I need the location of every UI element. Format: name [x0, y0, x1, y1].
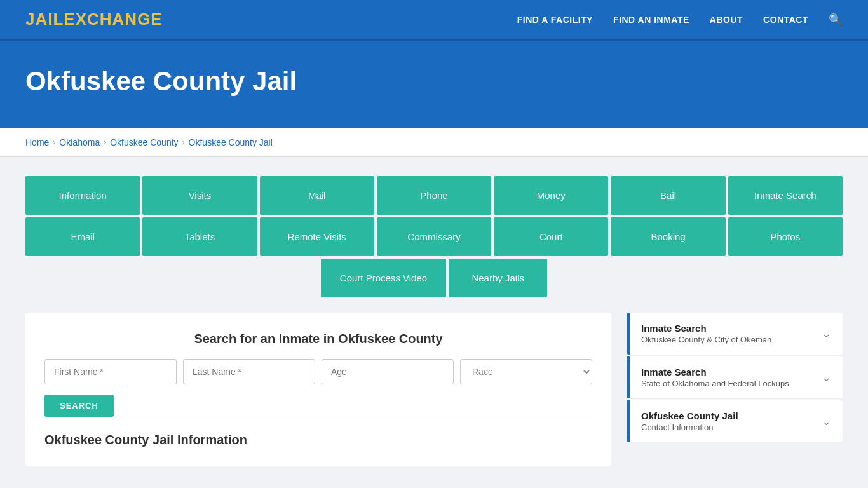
race-select[interactable]: Race White Black Hispanic Asian Other — [460, 359, 592, 384]
btn-inmate-search[interactable]: Inmate Search — [728, 176, 843, 215]
info-section-title: Okfuskee County Jail Information — [44, 433, 592, 447]
btn-nearby-jails[interactable]: Nearby Jails — [449, 259, 547, 297]
search-button[interactable]: SEARCH — [44, 395, 114, 417]
logo-exchange: EXCHANGE — [64, 10, 162, 29]
sidebar-card-contact-subtitle: Contact Information — [641, 423, 738, 432]
page-title: Okfuskee County Jail — [25, 66, 843, 97]
btn-commissary[interactable]: Commissary — [377, 217, 491, 256]
sidebar-card-state-subtitle: State of Oklahoma and Federal Lockups — [641, 379, 789, 388]
chevron-down-icon-3: ⌄ — [822, 414, 831, 428]
search-panel: Search for an Inmate in Okfuskee County … — [25, 313, 611, 466]
info-section: Okfuskee County Jail Information — [44, 417, 592, 447]
btn-court[interactable]: Court — [494, 217, 608, 256]
breadcrumb-bar: Home › Oklahoma › Okfuskee County › Okfu… — [0, 128, 868, 157]
breadcrumb: Home › Oklahoma › Okfuskee County › Okfu… — [25, 137, 843, 147]
sidebar-card-contact-text: Okfuskee County Jail Contact Information — [641, 410, 738, 432]
header: JAILEXCHANGE FIND A FACILITY FIND AN INM… — [0, 0, 868, 41]
btn-tablets[interactable]: Tablets — [142, 217, 257, 256]
sidebar-card-contact-header[interactable]: Okfuskee County Jail Contact Information… — [630, 400, 843, 442]
btn-information[interactable]: Information — [25, 176, 140, 215]
sidebar-card-state-text: Inmate Search State of Oklahoma and Fede… — [641, 367, 789, 388]
chevron-down-icon: ⌄ — [822, 327, 831, 341]
nav-about[interactable]: ABOUT — [710, 15, 743, 25]
nav-find-facility[interactable]: FIND A FACILITY — [517, 15, 593, 25]
age-input[interactable] — [322, 359, 454, 384]
btn-money[interactable]: Money — [494, 176, 608, 215]
btn-photos[interactable]: Photos — [728, 217, 843, 256]
search-title: Search for an Inmate in Okfuskee County — [44, 332, 592, 346]
chevron-down-icon-2: ⌄ — [822, 370, 831, 384]
btn-phone[interactable]: Phone — [377, 176, 491, 215]
breadcrumb-home[interactable]: Home — [25, 137, 49, 147]
main-nav: FIND A FACILITY FIND AN INMATE ABOUT CON… — [517, 13, 843, 27]
sidebar-card-state: Inmate Search State of Oklahoma and Fede… — [627, 356, 843, 398]
breadcrumb-oklahoma[interactable]: Oklahoma — [59, 137, 100, 147]
breadcrumb-sep-3: › — [182, 138, 185, 147]
sidebar-card-county-text: Inmate Search Okfuskee County & City of … — [641, 323, 771, 344]
btn-court-process-video[interactable]: Court Process Video — [321, 259, 446, 297]
content-row: Search for an Inmate in Okfuskee County … — [25, 313, 843, 466]
btn-mail[interactable]: Mail — [260, 176, 374, 215]
hero-section: Okfuskee County Jail — [0, 41, 868, 128]
main-content: Information Visits Mail Phone Money Bail… — [0, 157, 868, 485]
button-grid-row1: Information Visits Mail Phone Money Bail… — [25, 176, 843, 215]
btn-email[interactable]: Email — [25, 217, 140, 256]
btn-remote-visits[interactable]: Remote Visits — [260, 217, 374, 256]
sidebar-card-county-header[interactable]: Inmate Search Okfuskee County & City of … — [630, 313, 843, 355]
last-name-input[interactable] — [183, 359, 315, 384]
sidebar-card-county-title: Inmate Search — [641, 323, 771, 334]
logo-jail: JAIL — [25, 10, 64, 29]
nav-find-inmate[interactable]: FIND AN INMATE — [613, 15, 689, 25]
breadcrumb-sep-2: › — [104, 138, 106, 147]
logo[interactable]: JAILEXCHANGE — [25, 10, 163, 29]
search-icon[interactable]: 🔍 — [829, 13, 843, 27]
sidebar-card-county: Inmate Search Okfuskee County & City of … — [627, 313, 843, 355]
sidebar-card-contact-title: Okfuskee County Jail — [641, 410, 738, 421]
breadcrumb-jail[interactable]: Okfuskee County Jail — [189, 137, 273, 147]
button-grid-row3: Court Process Video Nearby Jails — [25, 259, 843, 297]
btn-booking[interactable]: Booking — [611, 217, 725, 256]
button-grid-row2: Email Tablets Remote Visits Commissary C… — [25, 217, 843, 256]
sidebar-card-state-header[interactable]: Inmate Search State of Oklahoma and Fede… — [630, 356, 843, 398]
sidebar-card-county-subtitle: Okfuskee County & City of Okemah — [641, 335, 771, 344]
first-name-input[interactable] — [44, 359, 177, 384]
btn-bail[interactable]: Bail — [611, 176, 725, 215]
sidebar-card-contact: Okfuskee County Jail Contact Information… — [627, 400, 843, 442]
sidebar-card-state-title: Inmate Search — [641, 367, 789, 377]
sidebar: Inmate Search Okfuskee County & City of … — [627, 313, 843, 444]
search-fields: Race White Black Hispanic Asian Other — [44, 359, 592, 384]
nav-contact[interactable]: CONTACT — [763, 15, 808, 25]
breadcrumb-sep-1: › — [53, 138, 55, 147]
btn-visits[interactable]: Visits — [142, 176, 257, 215]
breadcrumb-okfuskee-county[interactable]: Okfuskee County — [110, 137, 178, 147]
